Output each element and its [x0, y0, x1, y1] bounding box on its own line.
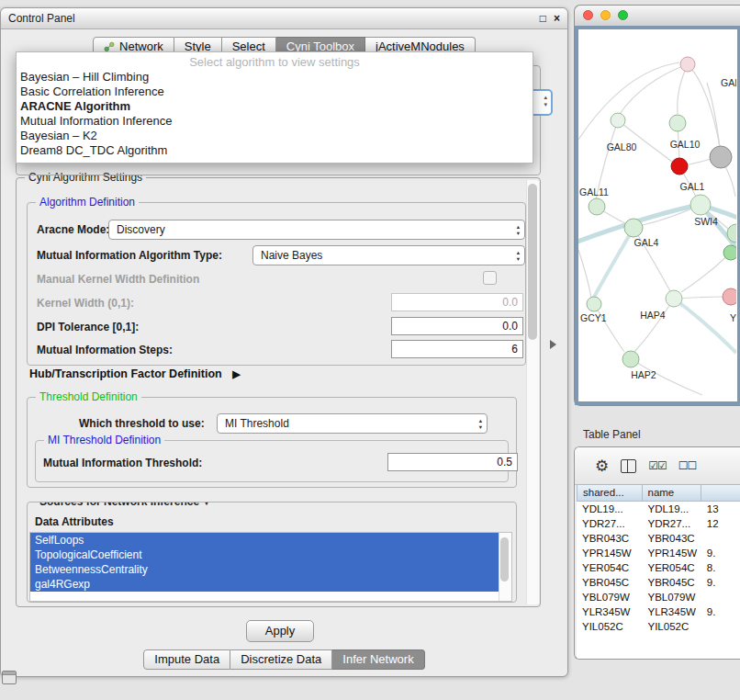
node-gal80[interactable] [611, 113, 625, 128]
manual-kernel-width-label: Manual Kernel Width Definition [37, 273, 199, 286]
float-window-icon[interactable]: □ [540, 12, 546, 25]
dropdown-item[interactable]: Basic Correlation Inference [17, 85, 533, 99]
scrollbar-thumb[interactable] [528, 184, 537, 340]
cell: YBR045C [642, 575, 701, 590]
deselect-all-icon[interactable]: ☐☐ [678, 459, 697, 472]
sources-legend: Sources for Network Inference [39, 502, 199, 508]
cell [701, 619, 740, 634]
scrollbar-thumb[interactable] [500, 537, 509, 581]
kernel-width-field[interactable] [391, 293, 523, 311]
attribute-item-selected[interactable]: TopologicalCoefficient [30, 548, 499, 562]
attribute-list-scrollbar[interactable] [499, 533, 511, 601]
node-label: HAP2 [631, 369, 656, 380]
threshold-definition-group: Threshold Definition Which threshold to … [27, 397, 517, 488]
tab-infer-network[interactable]: Infer Network [332, 649, 424, 670]
attribute-list: SelfLoops TopologicalCoefficient Between… [29, 532, 512, 602]
desktop: Control Panel □ × Network Style Select [0, 0, 740, 700]
cell: YLR345W [642, 604, 701, 619]
node-gal4[interactable] [624, 219, 643, 237]
gear-icon[interactable]: ⚙ [595, 457, 609, 476]
node-pink-right[interactable] [723, 288, 736, 305]
table-row[interactable]: YLR345W YLR345W 9. [577, 604, 740, 619]
minimize-traffic-light-icon[interactable] [600, 10, 611, 20]
select-all-icon[interactable]: ☑☑ [648, 459, 667, 472]
mi-steps-field[interactable] [391, 340, 523, 358]
combo-arrows-icon: ▴▾ [517, 223, 520, 236]
node-label: GAL1 [680, 181, 705, 192]
close-traffic-light-icon[interactable] [583, 10, 593, 20]
tab-label: Discretize Data [241, 650, 321, 669]
table-row[interactable]: YPR145W YPR145W 9. [577, 546, 740, 560]
cell: 8. [701, 560, 740, 575]
hub-definition-expander[interactable]: Hub/Transcription Factor Definition ▶ [29, 367, 241, 380]
network-window-titlebar[interactable] [575, 6, 740, 27]
network-view-window: GAL GAL80 GAL10 GAL11 GAL1 SWI4 GAL4 GCY… [574, 5, 740, 406]
tab-impute-data[interactable]: Impute Data [143, 649, 230, 670]
algorithm-dropdown-popup: Select algorithm to view settings Bayesi… [16, 51, 533, 164]
node-gray[interactable] [710, 146, 732, 168]
mi-algorithm-type-combobox[interactable]: Naive Bayes ▴▾ [252, 245, 525, 265]
table-row[interactable]: YBR043C YBR043C [577, 531, 740, 546]
settings-scrollbar[interactable] [526, 180, 539, 604]
node-gal1[interactable] [690, 195, 711, 215]
dropdown-item[interactable]: Dream8 DC_TDC Algorithm [17, 143, 533, 158]
dpi-tolerance-field[interactable] [391, 317, 523, 335]
cell: YBR045C [577, 575, 642, 590]
node-hap4[interactable] [666, 290, 682, 307]
cell: YDR27... [577, 516, 642, 531]
dropdown-item-selected[interactable]: ARACNE Algorithm [17, 99, 533, 114]
table-row[interactable]: YIL052C YIL052C [577, 619, 740, 634]
cell: YDL19... [577, 502, 642, 516]
control-panel-titlebar[interactable]: Control Panel □ × [1, 8, 567, 29]
tab-label: Infer Network [342, 650, 413, 669]
mi-algorithm-type-label: Mutual Information Algorithm Type: [37, 249, 222, 262]
sources-expander[interactable]: Sources for Network Inference ▼ [36, 502, 214, 508]
attribute-item-selected[interactable]: BetweennessCentrality [30, 562, 499, 577]
kernel-width-label: Kernel Width (0,1): [37, 297, 134, 310]
network-canvas[interactable]: GAL GAL80 GAL10 GAL11 GAL1 SWI4 GAL4 GCY… [575, 26, 740, 405]
combo-arrows-icon: ▴▾ [544, 94, 547, 108]
dropdown-item[interactable]: Mutual Information Inference [17, 114, 533, 129]
table-row[interactable]: YER054C YER054C 8. [577, 560, 740, 575]
cell: 12 [701, 516, 740, 531]
node-bright-green[interactable] [723, 245, 736, 260]
mi-threshold-group: MI Threshold Definition Mutual Informati… [35, 440, 509, 482]
which-threshold-combobox[interactable]: MI Threshold ▴▾ [217, 413, 488, 434]
column-header-shared[interactable]: shared... [577, 484, 643, 502]
table-row[interactable]: YBL079W YBL079W [577, 590, 740, 604]
node-gal10[interactable] [669, 115, 686, 131]
aracne-mode-combobox[interactable]: Discovery ▴▾ [108, 220, 525, 240]
dropdown-item[interactable]: Bayesian – Hill Climbing [17, 70, 533, 85]
column-header-cut[interactable] [701, 484, 740, 502]
table-row[interactable]: YBR045C YBR045C 9. [577, 575, 740, 590]
attribute-item-selected[interactable]: SelfLoops [30, 533, 499, 548]
node-highlighted-red[interactable] [671, 158, 688, 175]
zoom-traffic-light-icon[interactable] [618, 10, 628, 20]
cell: YDR27... [642, 516, 701, 531]
node-hap2[interactable] [622, 351, 639, 367]
table-row[interactable]: YDR27... YDR27... 12 [577, 516, 740, 531]
apply-button[interactable]: Apply [246, 620, 314, 642]
group-legend: Algorithm Definition [36, 196, 139, 209]
node-pink-top[interactable] [680, 57, 695, 72]
combo-arrows-icon: ▴▾ [479, 417, 482, 430]
dropdown-item[interactable]: Bayesian – K2 [17, 129, 533, 143]
tab-discretize-data[interactable]: Discretize Data [230, 649, 332, 670]
node-gcy1[interactable] [587, 297, 601, 311]
node-gal11[interactable] [589, 198, 605, 215]
mi-threshold-field[interactable] [387, 453, 518, 471]
mini-window-titlebar [3, 672, 16, 675]
cell: 9. [701, 575, 740, 590]
collapsed-panel-icon[interactable] [2, 671, 17, 684]
column-header-name[interactable]: name [643, 484, 701, 502]
panel-splitter-arrow[interactable] [550, 340, 556, 349]
close-window-icon[interactable]: × [554, 12, 560, 25]
manual-kernel-width-checkbox[interactable] [483, 271, 497, 285]
node-label: Y [730, 312, 736, 323]
combo-value: Naive Bayes [261, 246, 322, 265]
attribute-item-selected[interactable]: gal4RGexp [30, 577, 499, 592]
table-row[interactable]: YDL19... YDL19... 13 [577, 502, 740, 516]
columns-icon[interactable] [621, 459, 636, 473]
bottom-tab-bar: Impute Data Discretize Data Infer Networ… [1, 649, 567, 670]
node-label: GAL11 [579, 186, 609, 198]
